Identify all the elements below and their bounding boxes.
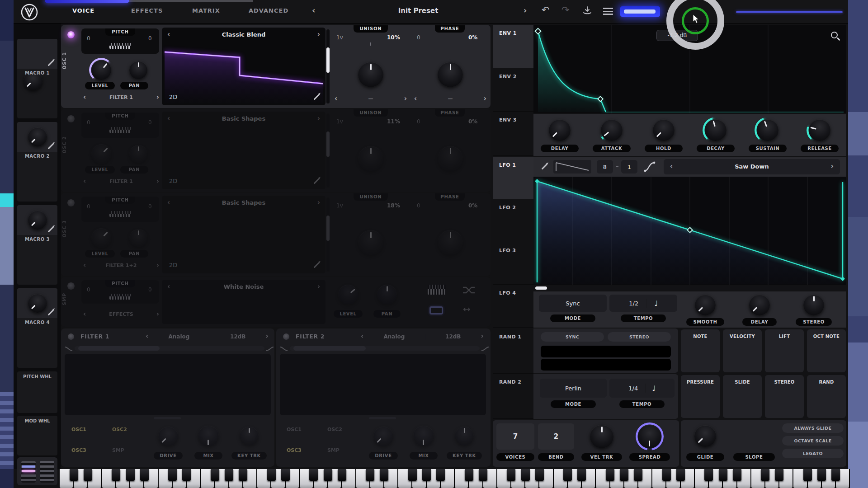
layout-b-icon[interactable] bbox=[40, 461, 54, 483]
filter1-model-selector[interactable]: ‹ Analog 12dB › bbox=[146, 333, 269, 340]
lfo-display[interactable] bbox=[533, 177, 846, 285]
wavetable-edit-icon[interactable] bbox=[313, 178, 320, 184]
tab-matrix[interactable]: MATRIX bbox=[192, 7, 220, 14]
filter1-input-osc1[interactable]: OSC1 bbox=[71, 427, 86, 432]
tab-lfo2[interactable]: LFO 2 bbox=[493, 199, 533, 242]
lfo-grid-y[interactable]: 1 bbox=[621, 160, 637, 174]
source-slide[interactable]: SLIDE bbox=[723, 375, 762, 418]
macro4-knob[interactable] bbox=[28, 294, 47, 313]
source-lift[interactable]: LIFT bbox=[765, 329, 804, 372]
filter1-drive-knob[interactable] bbox=[158, 427, 178, 446]
chevron-left-icon[interactable]: ‹ bbox=[670, 163, 673, 170]
osc2-unison-voices[interactable]: 1v bbox=[336, 118, 343, 125]
piano-black-key[interactable] bbox=[521, 469, 530, 481]
chevron-left-icon[interactable]: ‹ bbox=[414, 95, 417, 102]
piano-black-key[interactable] bbox=[662, 469, 671, 481]
osc1-level-knob[interactable] bbox=[91, 60, 111, 80]
chevron-left-icon[interactable]: ‹ bbox=[83, 94, 86, 101]
piano-keyboard[interactable] bbox=[60, 469, 850, 488]
source-note[interactable]: NOTE bbox=[681, 329, 720, 372]
osc3-phase-knob[interactable] bbox=[438, 230, 463, 255]
piano-range-icon[interactable] bbox=[109, 294, 131, 300]
glide-knob[interactable] bbox=[694, 425, 716, 447]
osc2-transpose[interactable]: 0 bbox=[87, 119, 90, 126]
osc1-unison-voices[interactable]: 1v bbox=[336, 34, 343, 41]
tab-lfo3[interactable]: LFO 3 bbox=[493, 242, 533, 285]
osc2-wavetable-name[interactable]: Basic Shapes bbox=[222, 115, 265, 122]
tab-rand2[interactable]: RAND 2 bbox=[493, 374, 533, 419]
filter2-power-toggle[interactable] bbox=[283, 333, 289, 340]
filter1-input-osc3[interactable]: OSC3 bbox=[71, 447, 86, 453]
osc1-filter-routing[interactable]: ‹ FILTER 1 › bbox=[83, 94, 159, 101]
lfo-scroll-track[interactable] bbox=[533, 286, 846, 290]
chevron-left-icon[interactable]: ‹ bbox=[167, 115, 170, 122]
vel-trk-knob[interactable] bbox=[590, 425, 613, 448]
chevron-right-icon[interactable]: › bbox=[404, 95, 407, 102]
lfo-shape-preview[interactable] bbox=[553, 160, 591, 174]
sampler-pan-knob[interactable] bbox=[377, 285, 397, 305]
osc1-phase-knob[interactable] bbox=[438, 62, 463, 87]
filter2-response-display[interactable] bbox=[280, 354, 486, 415]
mod-wheel-panel[interactable]: MOD WHL bbox=[17, 416, 57, 455]
chevron-left-icon[interactable]: ‹ bbox=[335, 95, 337, 102]
lfo-edit-icon[interactable] bbox=[541, 163, 547, 169]
env-decay-knob[interactable] bbox=[705, 119, 726, 141]
chevron-right-icon[interactable]: › bbox=[317, 31, 320, 38]
source-pressure[interactable]: PRESSURE bbox=[681, 375, 720, 418]
volume-meter[interactable] bbox=[620, 6, 660, 17]
rand1-stereo-button[interactable]: STEREO bbox=[608, 332, 671, 342]
source-rand[interactable]: RAND bbox=[807, 375, 846, 418]
filter1-response-display[interactable] bbox=[65, 354, 271, 415]
chevron-left-icon[interactable]: ‹ bbox=[167, 31, 170, 38]
piano-black-key[interactable] bbox=[676, 469, 685, 481]
piano-black-key[interactable] bbox=[465, 469, 473, 481]
macro2-knob[interactable] bbox=[28, 127, 47, 146]
lfo-grid-x[interactable]: 8 bbox=[597, 160, 613, 174]
piano-range-icon[interactable] bbox=[109, 127, 131, 133]
chevron-right-icon[interactable]: › bbox=[317, 199, 320, 206]
osc1-wavetable-name[interactable]: Classic Blend bbox=[222, 31, 266, 38]
osc2-pan-knob[interactable] bbox=[129, 145, 147, 163]
sampler-level-knob[interactable] bbox=[338, 285, 358, 305]
sampler-routing[interactable]: ‹ EFFECTS › bbox=[83, 311, 159, 318]
chevron-right-icon[interactable]: › bbox=[317, 115, 320, 122]
loop-icon[interactable] bbox=[429, 306, 443, 314]
osc3-pan-knob[interactable] bbox=[129, 229, 147, 247]
rand2-mode-select[interactable]: Perlin bbox=[540, 379, 607, 398]
always-glide-toggle[interactable]: ALWAYS GLIDE bbox=[782, 423, 844, 433]
osc3-phase-rand[interactable]: 0% bbox=[468, 202, 477, 209]
filter1-input-smp[interactable]: SMP bbox=[112, 447, 124, 453]
osc3-wavetable-name[interactable]: Basic Shapes bbox=[222, 199, 265, 206]
piano-black-key[interactable] bbox=[563, 469, 572, 481]
chevron-right-icon[interactable]: › bbox=[831, 163, 834, 170]
osc1-transpose[interactable]: 0 bbox=[87, 35, 90, 42]
zoom-icon[interactable] bbox=[831, 32, 838, 38]
piano-black-key[interactable] bbox=[775, 469, 783, 481]
chevron-left-icon[interactable]: ‹ bbox=[167, 283, 170, 290]
osc1-frame-slider[interactable] bbox=[326, 47, 330, 73]
menu-icon[interactable] bbox=[603, 8, 613, 15]
piano-range-icon[interactable] bbox=[109, 43, 131, 49]
lfo-tempo-value[interactable]: 1/2 bbox=[629, 300, 638, 307]
macro3-knob[interactable] bbox=[28, 211, 47, 230]
filter1-mix-knob[interactable] bbox=[198, 426, 219, 446]
source-velocity[interactable]: VELOCITY bbox=[723, 329, 762, 372]
vital-logo[interactable] bbox=[20, 3, 39, 22]
sampler-transpose[interactable]: 0 bbox=[87, 286, 90, 293]
env-sustain-knob[interactable] bbox=[757, 119, 778, 141]
filter1-scrollbar[interactable] bbox=[154, 417, 181, 419]
piano-black-key[interactable] bbox=[606, 469, 614, 481]
piano-black-key[interactable] bbox=[211, 469, 219, 481]
osc3-transpose[interactable]: 0 bbox=[87, 203, 90, 210]
chevron-left-icon[interactable]: ‹ bbox=[167, 199, 170, 206]
osc2-view-mode[interactable]: 2D bbox=[169, 178, 177, 184]
osc2-phase-value[interactable]: 0 bbox=[417, 118, 420, 125]
lfo-stereo-knob[interactable] bbox=[803, 295, 824, 315]
preset-name[interactable]: Init Preset bbox=[362, 7, 475, 15]
osc3-phase-value[interactable]: 0 bbox=[417, 202, 420, 209]
osc2-phase-knob[interactable] bbox=[438, 146, 463, 171]
piano-black-key[interactable] bbox=[239, 469, 247, 481]
chevron-right-icon[interactable]: › bbox=[156, 178, 159, 185]
piano-black-key[interactable] bbox=[704, 469, 713, 481]
osc1-frame-slider-track[interactable] bbox=[326, 29, 330, 103]
